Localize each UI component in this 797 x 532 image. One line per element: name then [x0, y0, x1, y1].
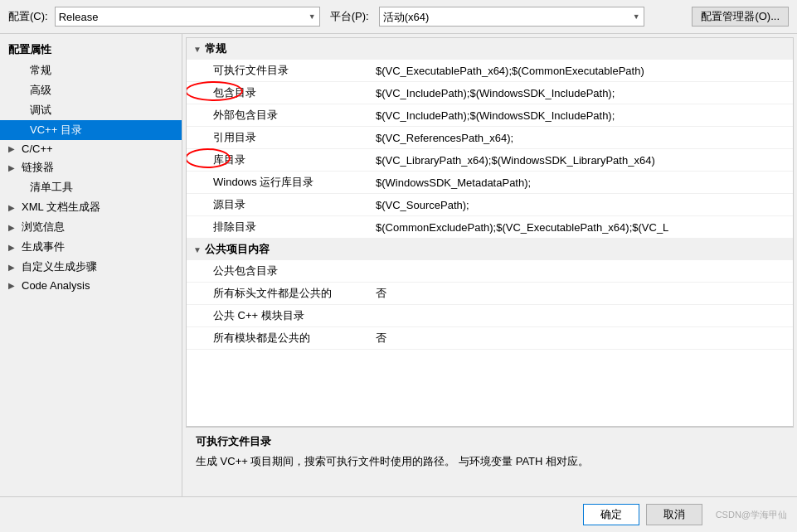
prop-row-public-cpp-module[interactable]: 公共 C++ 模块目录: [187, 305, 793, 327]
prop-row-public-include[interactable]: 公共包含目录: [187, 260, 793, 283]
section-title: 公共项目内容: [205, 242, 270, 257]
button-bar: 确定 取消 CSDN@学海甲仙: [0, 496, 797, 532]
prop-row-source-dir[interactable]: 源目录 $(VC_SourcePath);: [187, 194, 793, 216]
platform-label: 平台(P):: [330, 9, 369, 24]
prop-row-ext-include[interactable]: 外部包含目录 $(VC_IncludePath);$(WindowsSDK_In…: [187, 104, 793, 127]
sidebar-item-label: 常规: [30, 63, 51, 78]
sidebar-item-label: 浏览信息: [22, 220, 65, 235]
prop-value: $(VC_IncludePath);$(WindowsSDK_IncludePa…: [369, 85, 793, 101]
cancel-button[interactable]: 取消: [646, 504, 702, 525]
sidebar-item-manifest[interactable]: 清单工具: [0, 177, 182, 197]
prop-name: 源目录: [187, 196, 369, 214]
prop-row-exclude-dir[interactable]: 排除目录 $(CommonExcludePath);$(VC_Executabl…: [187, 216, 793, 239]
sidebar-item-browse[interactable]: ▶ 浏览信息: [0, 217, 182, 237]
expand-arrow: ▶: [8, 263, 18, 272]
prop-value: [369, 314, 793, 317]
expand-arrow: ▶: [8, 144, 18, 153]
description-text: 生成 VC++ 项目期间，搜索可执行文件时使用的路径。 与环境变量 PATH 相…: [196, 454, 784, 469]
watermark: CSDN@学海甲仙: [716, 509, 787, 521]
sidebar-item-advanced[interactable]: 高级: [0, 80, 182, 100]
prop-value: [369, 269, 793, 273]
prop-row-lib-dirs[interactable]: 库目录 $(VC_LibraryPath_x64);$(WindowsSDK_L…: [187, 149, 793, 172]
expand-arrow: ▶: [8, 243, 18, 252]
prop-name: 排除目录: [187, 218, 369, 236]
prop-name: 外部包含目录: [187, 106, 369, 124]
section-header-general[interactable]: ▼ 常规: [187, 38, 793, 60]
platform-select[interactable]: 活动(x64): [379, 7, 644, 27]
prop-row-ref-dirs[interactable]: 引用目录 $(VC_ReferencesPath_x64);: [187, 127, 793, 149]
prop-name: Windows 运行库目录: [187, 173, 369, 191]
sidebar-item-label: C/C++: [22, 143, 53, 155]
prop-value: 否: [369, 284, 793, 302]
description-title: 可执行文件目录: [196, 434, 784, 449]
config-select[interactable]: Release: [55, 7, 320, 27]
ok-button[interactable]: 确定: [583, 504, 639, 525]
sidebar-item-general[interactable]: 常规: [0, 60, 182, 80]
sidebar-item-custom-build[interactable]: ▶ 自定义生成步骤: [0, 257, 182, 277]
sidebar-item-linker[interactable]: ▶ 链接器: [0, 157, 182, 177]
prop-value: $(WindowsSDK_MetadataPath);: [369, 175, 793, 191]
sidebar-item-xml-gen[interactable]: ▶ XML 文档生成器: [0, 197, 182, 217]
section-header-public[interactable]: ▼ 公共项目内容: [187, 239, 793, 260]
prop-value: $(VC_LibraryPath_x64);$(WindowsSDK_Libra…: [369, 152, 793, 168]
platform-select-wrapper: 活动(x64): [379, 7, 644, 27]
prop-name: 引用目录: [187, 128, 369, 147]
config-manager-button[interactable]: 配置管理器(O)...: [692, 7, 789, 27]
sidebar-item-label: 生成事件: [22, 239, 65, 254]
content-panel: ▼ 常规 可执行文件目录 $(VC_ExecutablePath_x64);$(…: [186, 37, 794, 427]
prop-row-executable-dir[interactable]: 可执行文件目录 $(VC_ExecutablePath_x64);$(Commo…: [187, 60, 793, 82]
section-title: 常规: [205, 41, 226, 56]
prop-row-include-dirs[interactable]: 包含目录 $(VC_IncludePath);$(WindowsSDK_Incl…: [187, 82, 793, 104]
prop-value: $(VC_ExecutablePath_x64);$(CommonExecuta…: [369, 63, 793, 79]
sidebar-item-debug[interactable]: 调试: [0, 100, 182, 120]
expand-arrow: ▶: [8, 203, 18, 212]
prop-row-win-runtime[interactable]: Windows 运行库目录 $(WindowsSDK_MetadataPath)…: [187, 172, 793, 194]
prop-value: 否: [369, 329, 793, 347]
prop-name: 包含目录: [187, 84, 369, 102]
section-expand-arrow: ▼: [193, 45, 202, 54]
content-spacer: [187, 350, 793, 416]
prop-name-text: 包含目录: [213, 86, 256, 99]
prop-name: 所有标头文件都是公共的: [187, 284, 369, 302]
expand-arrow: ▶: [8, 281, 18, 290]
sidebar-item-label: 调试: [30, 103, 51, 118]
prop-name: 库目录: [187, 151, 369, 169]
prop-value: $(CommonExcludePath);$(VC_ExecutablePath…: [369, 220, 793, 235]
prop-value: $(VC_SourcePath);: [369, 197, 793, 213]
sidebar-item-build-events[interactable]: ▶ 生成事件: [0, 237, 182, 257]
sidebar-item-label: 链接器: [22, 160, 54, 175]
section-expand-arrow: ▼: [193, 245, 202, 254]
prop-name-text: 库目录: [213, 153, 245, 166]
sidebar-item-label: XML 文档生成器: [22, 200, 100, 215]
prop-row-all-modules-public[interactable]: 所有模块都是公共的 否: [187, 327, 793, 350]
prop-name: 公共包含目录: [187, 262, 369, 280]
sidebar: 配置属性 常规 高级 调试 VC++ 目录 ▶ C/C++: [0, 34, 182, 496]
expand-arrow: ▶: [8, 223, 18, 232]
prop-value: $(VC_ReferencesPath_x64);: [369, 130, 793, 146]
sidebar-section-title: 配置属性: [0, 39, 182, 60]
sidebar-item-cpp[interactable]: ▶ C/C++: [0, 140, 182, 157]
sidebar-item-label: 清单工具: [30, 180, 73, 195]
description-panel: 可执行文件目录 生成 VC++ 项目期间，搜索可执行文件时使用的路径。 与环境变…: [186, 427, 794, 493]
sidebar-item-label: VC++ 目录: [30, 123, 82, 138]
sidebar-item-label: Code Analysis: [22, 279, 90, 292]
sidebar-item-vcpp-dirs[interactable]: VC++ 目录: [0, 120, 182, 140]
dialog: 配置(C): Release 平台(P): 活动(x64) 配置管理器(O)..…: [0, 0, 797, 532]
expand-arrow: ▶: [8, 163, 18, 172]
config-select-wrapper: Release: [55, 7, 320, 27]
toolbar: 配置(C): Release 平台(P): 活动(x64) 配置管理器(O)..…: [0, 0, 797, 34]
sidebar-item-code-analysis[interactable]: ▶ Code Analysis: [0, 277, 182, 294]
prop-name: 所有模块都是公共的: [187, 329, 369, 347]
prop-row-all-headers-public[interactable]: 所有标头文件都是公共的 否: [187, 283, 793, 305]
config-label: 配置(C):: [8, 9, 48, 24]
main-content: 配置属性 常规 高级 调试 VC++ 目录 ▶ C/C++: [0, 34, 797, 496]
prop-name: 可执行文件目录: [187, 61, 369, 80]
prop-value: $(VC_IncludePath);$(WindowsSDK_IncludePa…: [369, 108, 793, 123]
sidebar-item-label: 高级: [30, 83, 51, 98]
prop-name: 公共 C++ 模块目录: [187, 307, 369, 325]
sidebar-item-label: 自定义生成步骤: [22, 259, 97, 274]
